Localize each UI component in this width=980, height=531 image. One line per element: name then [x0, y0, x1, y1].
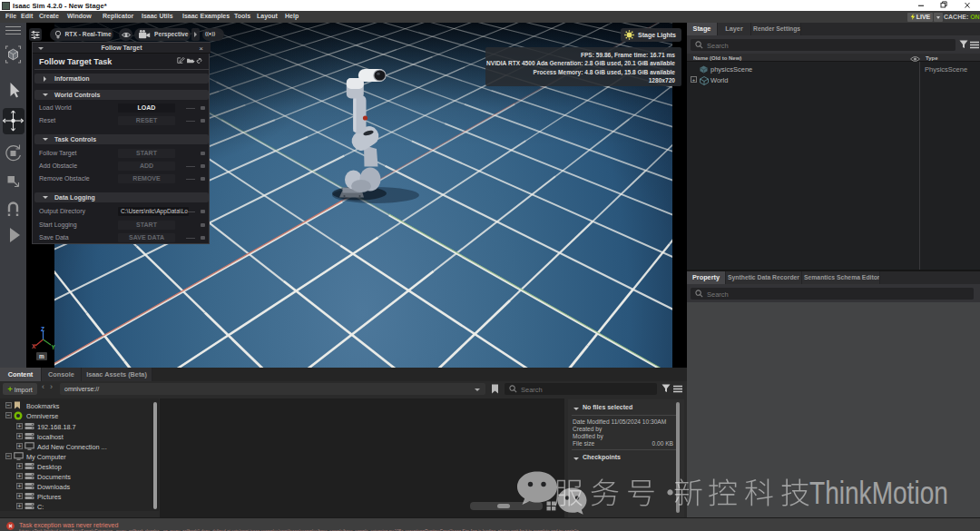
- svg-text:Y: Y: [52, 344, 56, 350]
- svg-text:Z: Z: [41, 327, 44, 332]
- svg-text:X: X: [32, 343, 36, 349]
